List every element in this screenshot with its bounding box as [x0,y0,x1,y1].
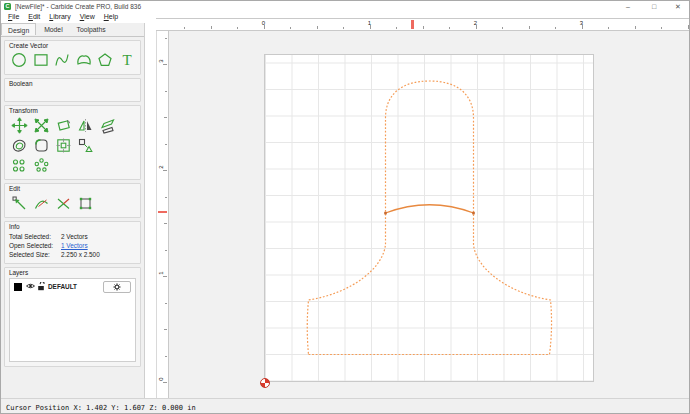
vertical-ruler: 0123 [156,31,169,398]
curve-tool-icon[interactable] [75,51,94,69]
visibility-eye-icon[interactable] [26,282,35,291]
edit-group: Edit [4,183,141,218]
info-open-selected: Open Selected: 1 Vectors [9,242,136,249]
selected-size-label: Selected Size: [9,251,61,258]
move-icon[interactable] [10,116,29,134]
circular-array-icon[interactable] [32,156,51,174]
tab-model[interactable]: Model [38,23,69,35]
move-to-position-icon[interactable] [76,136,95,154]
app-logo-icon: C [4,3,11,10]
total-selected-label: Total Selected: [9,233,61,240]
menu-edit[interactable]: Edit [28,13,40,20]
layers-group: Layers DEFAULT [4,267,141,367]
menu-file[interactable]: File [8,13,19,20]
horizontal-ruler: 0123 [156,18,690,31]
layers-label: Layers [9,269,28,276]
node-edit-icon[interactable] [10,194,29,212]
cursor-position-readout: Cursor Position X: 1.402 Y: 1.607 Z: 0.0… [6,404,196,412]
rotate-icon[interactable] [54,116,73,134]
boolean-label: Boolean [9,80,32,87]
cursor-y-marker [158,211,167,214]
polygon-tool-icon[interactable] [96,51,115,69]
fair-curve-icon[interactable] [32,194,51,212]
tab-design[interactable]: Design [1,23,36,35]
scale-icon[interactable] [32,116,51,134]
open-selected-label: Open Selected: [9,242,61,249]
app-window: C [NewFile]* - Carbide Create PRO, Build… [0,0,690,414]
info-total-selected: Total Selected: 2 Vectors [9,233,136,240]
info-selected-size: Selected Size: 2.250 x 2.500 [9,251,136,258]
layer-color-swatch[interactable] [14,283,22,291]
menu-help[interactable]: Help [104,13,118,20]
sidebar-tabs: Design Model Toolpaths [1,23,144,37]
text-tool-icon[interactable]: T [118,51,137,69]
stock-area[interactable] [264,54,595,383]
round-corners-icon[interactable] [32,136,51,154]
transform-label: Transform [9,107,38,114]
total-selected-value: 2 Vectors [61,233,88,240]
info-group: Info Total Selected: 2 Vectors Open Sele… [4,221,141,264]
layer-row[interactable]: DEFAULT [10,279,135,293]
sidebar: Design Model Toolpaths Create Vector [1,23,145,398]
edit-label: Edit [9,185,20,192]
create-vector-label: Create Vector [9,42,48,49]
maximize-button[interactable]: □ [643,1,665,12]
boolean-group: Boolean [4,78,141,102]
create-vector-group: Create Vector T [4,40,141,75]
boolean-empty-area [8,88,137,98]
trim-vectors-icon[interactable] [54,194,73,212]
open-selected-link[interactable]: 1 Vectors [61,242,88,249]
menu-library[interactable]: Library [49,13,70,20]
linear-array-icon[interactable] [10,156,29,174]
shear-icon[interactable] [98,116,117,134]
minimize-button[interactable]: – [617,1,639,12]
mirror-icon[interactable] [76,116,95,134]
rectangle-tool-icon[interactable] [32,51,51,69]
selected-size-value: 2.250 x 2.500 [61,251,100,258]
align-icon[interactable] [54,136,73,154]
cursor-x-marker [411,20,414,29]
circle-tool-icon[interactable] [10,51,29,69]
unlock-icon[interactable] [37,282,45,292]
close-button[interactable]: ✕ [667,1,689,12]
layer-name: DEFAULT [48,283,77,290]
offset-path-icon[interactable] [10,136,29,154]
info-label: Info [9,223,20,230]
title-bar: C [NewFile]* - Carbide Create PRO, Build… [1,1,690,12]
status-bar: Cursor Position X: 1.402 Y: 1.607 Z: 0.0… [1,398,690,414]
job-origin-icon[interactable] [260,378,270,388]
layer-settings-gear-icon[interactable] [103,281,131,293]
join-vectors-icon[interactable] [76,194,95,212]
transform-group: Transform [4,105,141,180]
layers-list[interactable]: DEFAULT [9,278,136,362]
menu-view[interactable]: View [80,13,95,20]
spline-tool-icon[interactable] [53,51,72,69]
tab-toolpaths[interactable]: Toolpaths [71,23,112,35]
window-title: [NewFile]* - Carbide Create PRO, Build 8… [15,3,141,10]
svg-text:T: T [122,52,131,68]
